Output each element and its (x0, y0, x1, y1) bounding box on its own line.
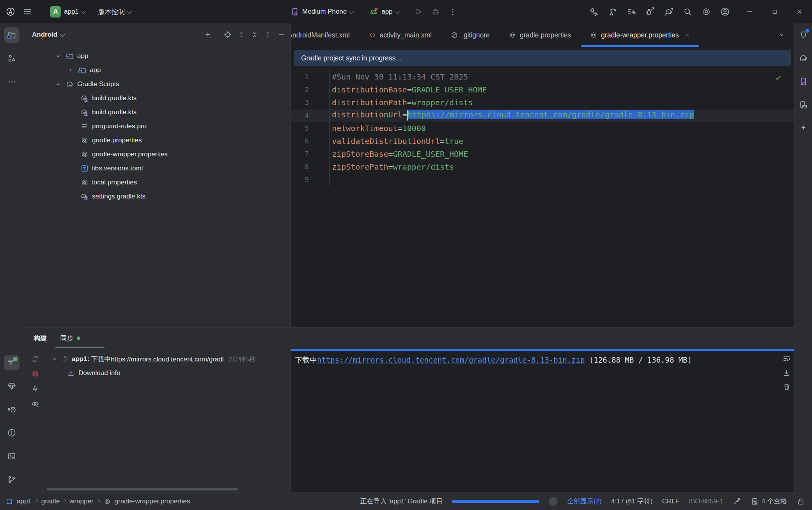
line-separator-widget[interactable]: CRLF (662, 498, 679, 505)
device-selector[interactable]: Medium Phone (286, 4, 357, 19)
eye-filter-icon[interactable] (28, 397, 42, 411)
tool-build[interactable] (4, 355, 20, 370)
add-icon[interactable] (204, 31, 212, 39)
scroll-to-end-icon[interactable] (782, 368, 791, 377)
tree-item-app[interactable]: app (23, 49, 291, 63)
caret-position-widget[interactable]: 4:17 (61 字符) (611, 497, 653, 506)
breadcrumb: app1 gradle wrapper gradle-wrapper.prope… (5, 498, 190, 505)
tool-notifications[interactable] (796, 27, 811, 42)
tree-item-build-gradle-project[interactable]: build.gradle.kts (23, 91, 291, 105)
tree-item-proguard-rules[interactable]: proguard-rules.pro (23, 119, 291, 133)
build-child-row[interactable]: Download info (67, 366, 121, 380)
cancel-progress-button[interactable] (549, 497, 558, 506)
hide-panel-icon[interactable] (277, 31, 285, 39)
build-run-hammer-icon[interactable] (589, 7, 599, 17)
tool-gemini[interactable] (796, 121, 811, 136)
import-progress-bar (452, 500, 539, 503)
tool-logcat[interactable] (4, 402, 20, 417)
code-editor[interactable]: 1#Sun Nov 30 11:13:34 CST 2025 2distribu… (291, 70, 794, 186)
minimize-button[interactable] (737, 0, 762, 23)
tool-device-manager[interactable] (796, 74, 811, 89)
inspection-pen-icon[interactable] (732, 497, 741, 506)
tree-item-build-gradle-module[interactable]: build.gradle.kts (23, 105, 291, 119)
inspections-ok-check-icon[interactable] (774, 73, 782, 82)
translate-icon[interactable] (608, 7, 618, 17)
settings-gear-icon[interactable] (701, 7, 711, 17)
console-link[interactable]: https://mirrors.cloud.tencent.com/gradle… (317, 356, 585, 364)
tab-gitignore[interactable]: .gitignore (441, 23, 499, 47)
chevron-down-icon[interactable] (54, 81, 62, 88)
tool-gradle[interactable] (796, 51, 811, 66)
expand-all-icon[interactable] (238, 31, 245, 39)
tab-gradle-wrapper-properties[interactable]: gradle-wrapper.properties (580, 23, 699, 47)
clear-all-trash-icon[interactable] (782, 382, 791, 391)
tool-app-quality-insights[interactable] (4, 378, 20, 394)
chevron-right-icon[interactable] (66, 67, 75, 74)
tab-activity-main[interactable]: activity_main.xml (359, 23, 441, 47)
sync-tab[interactable]: 同步 (60, 334, 90, 343)
tree-item-settings-gradle[interactable]: settings.gradle.kts (23, 189, 291, 204)
project-view-selector[interactable]: Android (32, 31, 64, 39)
tool-running-devices[interactable] (796, 97, 811, 112)
gradle-sync-icon[interactable] (664, 7, 674, 17)
breadcrumb-chevron-icon (63, 499, 67, 503)
collapse-all-icon[interactable] (251, 31, 259, 39)
tool-project[interactable] (4, 27, 20, 43)
close-sync-tab-icon[interactable] (84, 335, 90, 342)
tree-item-gradle-properties[interactable]: gradle.properties (23, 133, 291, 147)
tool-version-control[interactable] (4, 472, 20, 487)
close-button[interactable] (787, 0, 812, 23)
indent-label: 4 个空格 (762, 497, 787, 506)
tree-item-gradle-scripts[interactable]: Gradle Scripts (23, 77, 291, 91)
soft-wrap-icon[interactable] (782, 354, 791, 363)
indent-widget[interactable]: 4 个空格 (750, 497, 787, 506)
close-tab-icon[interactable] (684, 32, 690, 38)
project-widget[interactable]: A app1 (46, 4, 89, 20)
horizontal-scrollbar[interactable] (47, 488, 238, 491)
pin-icon[interactable] (28, 382, 42, 396)
tab-androidmanifest[interactable]: AndroidManifest.xml (291, 23, 359, 47)
run-more-options-button[interactable] (444, 4, 461, 19)
tree-item-libs-versions-toml[interactable]: libs.versions.toml (23, 161, 291, 175)
chevron-down-icon[interactable] (54, 53, 62, 60)
tree-item-local-properties[interactable]: local.properties (23, 175, 291, 189)
main-menu-button[interactable] (19, 4, 36, 19)
run-configuration-selector[interactable]: app (365, 4, 402, 19)
build-root-row[interactable]: app1: 下载中https://mirrors.cloud.tencent.c… (51, 352, 255, 366)
sync-tab-label: 同步 (60, 334, 73, 343)
tool-problems[interactable] (4, 425, 20, 441)
debug-button[interactable] (427, 4, 444, 19)
tool-terminal[interactable] (4, 448, 20, 464)
search-everywhere-icon[interactable] (683, 7, 693, 17)
vcs-widget[interactable]: 版本控制 (94, 5, 135, 19)
locate-file-icon[interactable] (223, 30, 232, 39)
tool-resource-manager[interactable] (4, 51, 20, 66)
stop-icon[interactable] (28, 367, 42, 381)
show-all-link[interactable]: 全部显示(2) (567, 497, 602, 506)
breadcrumb-item[interactable]: wrapper (69, 498, 93, 505)
breadcrumb-item[interactable]: gradle-wrapper.properties (115, 498, 190, 505)
tree-item-gradle-wrapper-properties[interactable]: gradle-wrapper.properties (23, 147, 291, 161)
hidden-tabs-chevron-icon[interactable] (771, 23, 792, 47)
breadcrumb-item[interactable]: gradle (41, 498, 60, 505)
maximize-button[interactable] (762, 0, 787, 23)
right-tool-strip (794, 23, 812, 492)
run-button[interactable] (410, 4, 427, 19)
profiler-icon[interactable] (626, 7, 636, 17)
tree-item-app-nested[interactable]: app (23, 63, 291, 77)
encoding-widget[interactable]: ISO-8859-1 (689, 498, 723, 505)
panel-options-icon[interactable] (264, 31, 272, 39)
titlebar-actions (589, 7, 730, 17)
build-console[interactable]: 下载中https://mirrors.cloud.tencent.com/gra… (291, 349, 794, 492)
chevron-down-icon[interactable] (51, 356, 58, 363)
android-studio-window: A app1 版本控制 Medium Phone app (0, 0, 812, 510)
tool-more-windows[interactable] (4, 74, 20, 90)
attach-debugger-icon[interactable] (645, 7, 655, 17)
unlock-icon[interactable] (796, 497, 805, 506)
tab-gradle-properties[interactable]: gradle.properties (499, 23, 580, 47)
account-icon[interactable] (720, 7, 730, 17)
selected-text: https\://mirrors.cloud.tencent.com/gradl… (408, 110, 694, 119)
breadcrumb-item[interactable]: app1 (17, 498, 32, 505)
line-number: 1 (291, 73, 309, 81)
refresh-icon[interactable] (28, 352, 42, 366)
